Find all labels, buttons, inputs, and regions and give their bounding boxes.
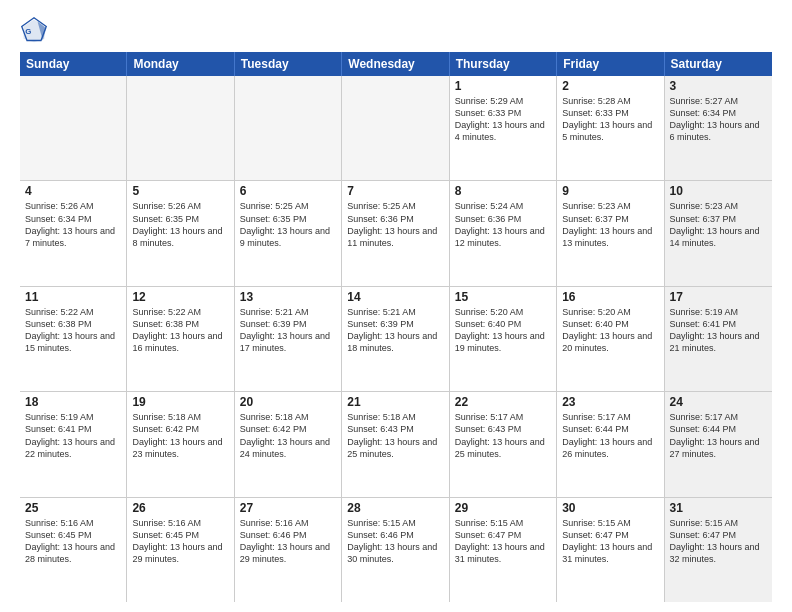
day-number: 27 <box>240 501 336 515</box>
page: G SundayMondayTuesdayWednesdayThursdayFr… <box>0 0 792 612</box>
day-number: 7 <box>347 184 443 198</box>
day-number: 8 <box>455 184 551 198</box>
cal-cell: 3Sunrise: 5:27 AM Sunset: 6:34 PM Daylig… <box>665 76 772 180</box>
day-number: 23 <box>562 395 658 409</box>
day-number: 11 <box>25 290 121 304</box>
day-number: 3 <box>670 79 767 93</box>
cal-cell: 21Sunrise: 5:18 AM Sunset: 6:43 PM Dayli… <box>342 392 449 496</box>
cell-details: Sunrise: 5:17 AM Sunset: 6:44 PM Dayligh… <box>562 411 658 460</box>
cell-details: Sunrise: 5:21 AM Sunset: 6:39 PM Dayligh… <box>347 306 443 355</box>
calendar: SundayMondayTuesdayWednesdayThursdayFrid… <box>20 52 772 602</box>
cell-details: Sunrise: 5:15 AM Sunset: 6:47 PM Dayligh… <box>562 517 658 566</box>
cal-cell <box>20 76 127 180</box>
cal-cell: 29Sunrise: 5:15 AM Sunset: 6:47 PM Dayli… <box>450 498 557 602</box>
day-number: 24 <box>670 395 767 409</box>
cal-cell: 30Sunrise: 5:15 AM Sunset: 6:47 PM Dayli… <box>557 498 664 602</box>
cal-cell: 18Sunrise: 5:19 AM Sunset: 6:41 PM Dayli… <box>20 392 127 496</box>
cell-details: Sunrise: 5:19 AM Sunset: 6:41 PM Dayligh… <box>25 411 121 460</box>
cell-details: Sunrise: 5:21 AM Sunset: 6:39 PM Dayligh… <box>240 306 336 355</box>
day-number: 14 <box>347 290 443 304</box>
cal-cell: 16Sunrise: 5:20 AM Sunset: 6:40 PM Dayli… <box>557 287 664 391</box>
cal-cell: 10Sunrise: 5:23 AM Sunset: 6:37 PM Dayli… <box>665 181 772 285</box>
day-number: 9 <box>562 184 658 198</box>
day-number: 20 <box>240 395 336 409</box>
calendar-header: SundayMondayTuesdayWednesdayThursdayFrid… <box>20 52 772 76</box>
cal-cell: 25Sunrise: 5:16 AM Sunset: 6:45 PM Dayli… <box>20 498 127 602</box>
week-row-3: 11Sunrise: 5:22 AM Sunset: 6:38 PM Dayli… <box>20 287 772 392</box>
day-number: 5 <box>132 184 228 198</box>
cell-details: Sunrise: 5:18 AM Sunset: 6:43 PM Dayligh… <box>347 411 443 460</box>
day-number: 12 <box>132 290 228 304</box>
day-number: 21 <box>347 395 443 409</box>
cal-cell <box>342 76 449 180</box>
day-number: 26 <box>132 501 228 515</box>
day-number: 19 <box>132 395 228 409</box>
day-header-monday: Monday <box>127 52 234 76</box>
cal-cell: 12Sunrise: 5:22 AM Sunset: 6:38 PM Dayli… <box>127 287 234 391</box>
logo: G <box>20 16 52 44</box>
cell-details: Sunrise: 5:28 AM Sunset: 6:33 PM Dayligh… <box>562 95 658 144</box>
day-number: 13 <box>240 290 336 304</box>
cal-cell: 9Sunrise: 5:23 AM Sunset: 6:37 PM Daylig… <box>557 181 664 285</box>
day-header-tuesday: Tuesday <box>235 52 342 76</box>
week-row-4: 18Sunrise: 5:19 AM Sunset: 6:41 PM Dayli… <box>20 392 772 497</box>
day-header-wednesday: Wednesday <box>342 52 449 76</box>
day-number: 6 <box>240 184 336 198</box>
cell-details: Sunrise: 5:17 AM Sunset: 6:44 PM Dayligh… <box>670 411 767 460</box>
cell-details: Sunrise: 5:25 AM Sunset: 6:36 PM Dayligh… <box>347 200 443 249</box>
cell-details: Sunrise: 5:25 AM Sunset: 6:35 PM Dayligh… <box>240 200 336 249</box>
cell-details: Sunrise: 5:27 AM Sunset: 6:34 PM Dayligh… <box>670 95 767 144</box>
day-number: 1 <box>455 79 551 93</box>
day-number: 30 <box>562 501 658 515</box>
cal-cell: 22Sunrise: 5:17 AM Sunset: 6:43 PM Dayli… <box>450 392 557 496</box>
cal-cell <box>127 76 234 180</box>
cal-cell: 11Sunrise: 5:22 AM Sunset: 6:38 PM Dayli… <box>20 287 127 391</box>
cal-cell: 15Sunrise: 5:20 AM Sunset: 6:40 PM Dayli… <box>450 287 557 391</box>
cell-details: Sunrise: 5:16 AM Sunset: 6:45 PM Dayligh… <box>25 517 121 566</box>
cal-cell: 28Sunrise: 5:15 AM Sunset: 6:46 PM Dayli… <box>342 498 449 602</box>
day-header-saturday: Saturday <box>665 52 772 76</box>
cell-details: Sunrise: 5:16 AM Sunset: 6:45 PM Dayligh… <box>132 517 228 566</box>
day-header-friday: Friday <box>557 52 664 76</box>
cal-cell: 27Sunrise: 5:16 AM Sunset: 6:46 PM Dayli… <box>235 498 342 602</box>
cell-details: Sunrise: 5:18 AM Sunset: 6:42 PM Dayligh… <box>240 411 336 460</box>
cal-cell: 6Sunrise: 5:25 AM Sunset: 6:35 PM Daylig… <box>235 181 342 285</box>
cal-cell: 31Sunrise: 5:15 AM Sunset: 6:47 PM Dayli… <box>665 498 772 602</box>
cell-details: Sunrise: 5:15 AM Sunset: 6:47 PM Dayligh… <box>670 517 767 566</box>
day-number: 2 <box>562 79 658 93</box>
cell-details: Sunrise: 5:20 AM Sunset: 6:40 PM Dayligh… <box>562 306 658 355</box>
calendar-body: 1Sunrise: 5:29 AM Sunset: 6:33 PM Daylig… <box>20 76 772 602</box>
cell-details: Sunrise: 5:22 AM Sunset: 6:38 PM Dayligh… <box>132 306 228 355</box>
cell-details: Sunrise: 5:26 AM Sunset: 6:35 PM Dayligh… <box>132 200 228 249</box>
cell-details: Sunrise: 5:22 AM Sunset: 6:38 PM Dayligh… <box>25 306 121 355</box>
cal-cell: 17Sunrise: 5:19 AM Sunset: 6:41 PM Dayli… <box>665 287 772 391</box>
svg-text:G: G <box>25 27 31 36</box>
cal-cell: 20Sunrise: 5:18 AM Sunset: 6:42 PM Dayli… <box>235 392 342 496</box>
cell-details: Sunrise: 5:23 AM Sunset: 6:37 PM Dayligh… <box>562 200 658 249</box>
cell-details: Sunrise: 5:15 AM Sunset: 6:47 PM Dayligh… <box>455 517 551 566</box>
cal-cell: 19Sunrise: 5:18 AM Sunset: 6:42 PM Dayli… <box>127 392 234 496</box>
logo-icon: G <box>20 16 48 44</box>
cal-cell: 14Sunrise: 5:21 AM Sunset: 6:39 PM Dayli… <box>342 287 449 391</box>
day-header-thursday: Thursday <box>450 52 557 76</box>
cell-details: Sunrise: 5:18 AM Sunset: 6:42 PM Dayligh… <box>132 411 228 460</box>
cell-details: Sunrise: 5:20 AM Sunset: 6:40 PM Dayligh… <box>455 306 551 355</box>
week-row-2: 4Sunrise: 5:26 AM Sunset: 6:34 PM Daylig… <box>20 181 772 286</box>
day-number: 31 <box>670 501 767 515</box>
cell-details: Sunrise: 5:29 AM Sunset: 6:33 PM Dayligh… <box>455 95 551 144</box>
cal-cell: 2Sunrise: 5:28 AM Sunset: 6:33 PM Daylig… <box>557 76 664 180</box>
cell-details: Sunrise: 5:19 AM Sunset: 6:41 PM Dayligh… <box>670 306 767 355</box>
cal-cell: 7Sunrise: 5:25 AM Sunset: 6:36 PM Daylig… <box>342 181 449 285</box>
week-row-5: 25Sunrise: 5:16 AM Sunset: 6:45 PM Dayli… <box>20 498 772 602</box>
day-number: 29 <box>455 501 551 515</box>
cal-cell: 24Sunrise: 5:17 AM Sunset: 6:44 PM Dayli… <box>665 392 772 496</box>
cal-cell: 1Sunrise: 5:29 AM Sunset: 6:33 PM Daylig… <box>450 76 557 180</box>
cell-details: Sunrise: 5:24 AM Sunset: 6:36 PM Dayligh… <box>455 200 551 249</box>
day-number: 4 <box>25 184 121 198</box>
cell-details: Sunrise: 5:15 AM Sunset: 6:46 PM Dayligh… <box>347 517 443 566</box>
header: G <box>20 16 772 44</box>
cell-details: Sunrise: 5:23 AM Sunset: 6:37 PM Dayligh… <box>670 200 767 249</box>
cal-cell: 26Sunrise: 5:16 AM Sunset: 6:45 PM Dayli… <box>127 498 234 602</box>
cal-cell: 13Sunrise: 5:21 AM Sunset: 6:39 PM Dayli… <box>235 287 342 391</box>
cal-cell <box>235 76 342 180</box>
